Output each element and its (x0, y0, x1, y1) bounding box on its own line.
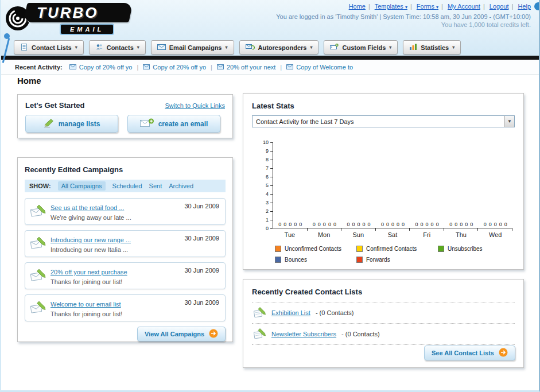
manage-lists-button[interactable]: manage lists (25, 115, 118, 133)
filter-all-campaigns[interactable]: All Campaigns (58, 181, 106, 191)
chart-value-labels: 00000 (341, 222, 376, 227)
campaign-title-link[interactable]: See us at the retail food ... (50, 204, 124, 211)
contacts-icon (95, 43, 103, 52)
nav-forms[interactable]: Forms ▾ (417, 3, 438, 10)
nav-logout[interactable]: Logout (490, 3, 509, 10)
page-title: Home (17, 76, 41, 86)
x-tick-mark (375, 228, 376, 231)
chart-group: 00000 (341, 142, 376, 228)
campaign-title-link[interactable]: 20% off your next purchase (50, 269, 127, 275)
chevron-down-icon: ▾ (452, 45, 454, 50)
campaign-date: 30 Jun 2009 (184, 203, 219, 209)
latest-stats-title: Latest Stats (252, 102, 294, 110)
contact-lists-title: Recently Created Contact Lists (252, 288, 362, 296)
chart-value-labels: 00000 (376, 222, 410, 227)
x-tick-label: Wed (478, 231, 512, 238)
filter-sent[interactable]: Sent (149, 183, 162, 189)
statistics-icon (409, 43, 417, 52)
nav-help[interactable]: Help (518, 3, 531, 10)
chart-value: 0 (436, 222, 439, 227)
legend-label: Confirmed Contacts (366, 246, 417, 252)
see-all-contact-lists-button[interactable]: See All Contact Lists (424, 346, 515, 360)
chart-value-labels: 00000 (308, 222, 342, 227)
tab-custom-fields[interactable]: Custom Fields ▾ (324, 40, 398, 55)
separator: | (280, 64, 282, 71)
tab-label: Contacts (107, 44, 134, 51)
contact-list-count: - (0 Contacts) (316, 309, 354, 316)
contact-list-item: Newsletter Subscribers - (0 Contacts) (252, 324, 515, 345)
chart-value-labels: 00000 (273, 222, 308, 227)
tab-contact-lists[interactable]: Contact Lists ▾ (14, 40, 84, 55)
nav-templates[interactable]: Templates ▾ (375, 3, 407, 10)
recent-activity-item[interactable]: Copy of 20% off yo (143, 64, 206, 71)
stats-period-select[interactable]: Contact Activity for the Last 7 Days ▼ (252, 115, 515, 127)
contact-list-link[interactable]: Exhibition List (271, 309, 310, 316)
recent-activity-item[interactable]: Copy of Welcome to (286, 64, 353, 71)
logo-title: TURBO (37, 4, 98, 22)
logo[interactable]: TURBO EMAIL (5, 1, 142, 38)
recent-activity-bar: Recent Activity: Copy of 20% off yo | Co… (1, 60, 539, 75)
turbo-email-app: TURBO EMAIL Home| Templates ▾| Forms ▾| … (0, 0, 540, 392)
view-all-campaigns-button[interactable]: View All Campaigns (137, 327, 226, 341)
tab-contacts[interactable]: Contacts ▾ (89, 40, 146, 55)
legend-item: Confirmed Contacts (356, 246, 438, 252)
arrow-right-icon (499, 348, 508, 358)
chart-value: 0 (397, 222, 399, 227)
view-all-campaigns-label: View All Campaigns (145, 331, 204, 337)
chart-group: 00000 (273, 142, 308, 228)
chart-group: 00000 (478, 142, 512, 228)
campaign-title-link[interactable]: Welcome to our email list (50, 301, 121, 308)
campaign-item: Welcome to our email list Thanks for joi… (25, 294, 226, 321)
legend-item: Unsubscribes (438, 246, 519, 252)
chart-value: 0 (328, 222, 331, 227)
x-tick-label: Fri (410, 231, 444, 238)
y-tick-label: 7 (257, 165, 269, 171)
legend-swatch-bounces (275, 257, 281, 263)
chart-plot-area: 00000000000000000000000000000000000 (273, 142, 512, 228)
campaign-title-link[interactable]: Introducing our new range ... (50, 236, 131, 243)
chart-value: 0 (499, 222, 502, 227)
campaign-list: See us at the retail food ... We're givi… (25, 198, 226, 321)
chart-value: 0 (278, 222, 281, 227)
campaign-item: 20% off your next purchase Thanks for jo… (25, 262, 226, 289)
x-tick-mark (307, 228, 308, 231)
chevron-down-icon: ▼ (504, 116, 514, 127)
legend-label: Unsubscribes (448, 246, 483, 252)
x-tick-mark (512, 228, 512, 231)
chevron-down-icon: ▾ (225, 45, 227, 50)
chart-group: 00000 (308, 142, 342, 228)
tab-email-campaigns[interactable]: Email Campaigns ▾ (151, 40, 234, 55)
create-email-button[interactable]: create an email (127, 115, 220, 133)
tab-label: Custom Fields (342, 44, 386, 51)
filter-archived[interactable]: Archived (169, 183, 193, 189)
divider-bar (1, 56, 539, 60)
x-tick-mark (444, 228, 444, 231)
contact-list-count: - (0 Contacts) (341, 331, 380, 337)
see-all-contact-lists-label: See All Contact Lists (432, 350, 494, 356)
recent-activity-item[interactable]: Copy of 20% off yo (69, 64, 133, 71)
x-tick-label: Sat (375, 231, 410, 238)
contact-list-link[interactable]: Newsletter Subscribers (271, 331, 336, 337)
campaign-subtitle: Thanks for joining our list! (50, 311, 220, 317)
create-email-label: create an email (158, 120, 208, 128)
chart-value: 0 (415, 222, 418, 227)
chart-value: 0 (347, 222, 349, 227)
y-tick-label: 9 (257, 148, 269, 154)
chart-value: 0 (426, 222, 429, 227)
filter-scheduled[interactable]: Scheduled (112, 183, 142, 189)
nav-home[interactable]: Home (349, 3, 366, 10)
chart-group: 00000 (376, 142, 410, 228)
campaigns-title: Recently Edited Campaigns (25, 165, 123, 174)
tab-autoresponders[interactable]: Autoresponders ▾ (239, 40, 319, 55)
separator: | (410, 3, 412, 10)
campaign-filter-bar: SHOW: All Campaigns Scheduled Sent Archi… (25, 180, 226, 192)
campaign-subtitle: Introducing our new Italia ... (50, 246, 220, 253)
switch-quick-links-link[interactable]: Switch to Quick Links (165, 102, 225, 109)
tab-label: Contact Lists (32, 44, 72, 51)
chart-value: 0 (484, 222, 487, 227)
envelope-icon (69, 64, 76, 69)
y-tick-label: 1 (257, 217, 269, 223)
recent-activity-item[interactable]: 20% off your next (217, 64, 275, 71)
nav-my-account[interactable]: My Account (448, 3, 480, 10)
tab-statistics[interactable]: Statistics ▾ (403, 40, 461, 55)
